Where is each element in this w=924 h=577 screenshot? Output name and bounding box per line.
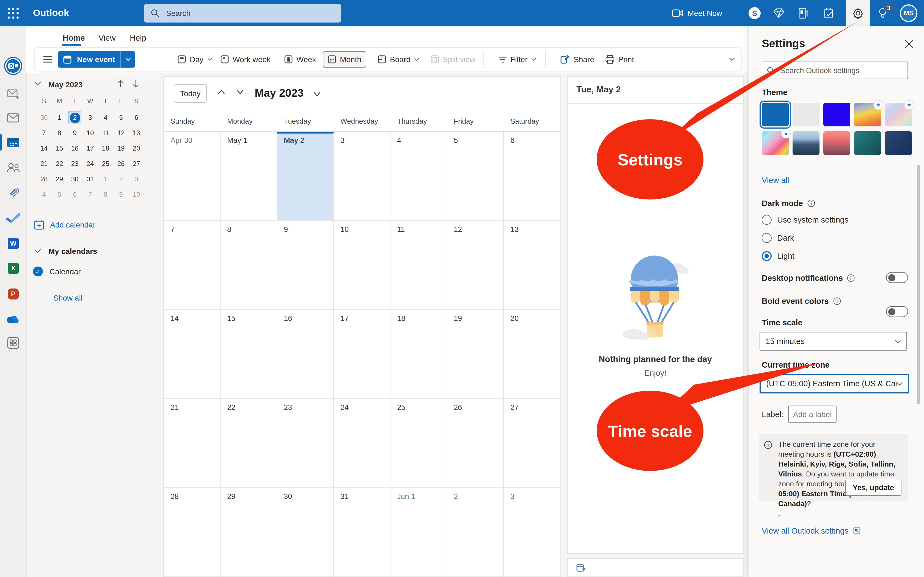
- new-event-dropdown-chevron-icon[interactable]: [126, 58, 131, 61]
- mini-day[interactable]: 26: [113, 156, 129, 171]
- day-cell[interactable]: 5: [447, 132, 504, 221]
- mini-day[interactable]: 29: [52, 171, 67, 187]
- filter-button[interactable]: Filter: [494, 51, 541, 68]
- premium-button[interactable]: [773, 0, 784, 26]
- close-icon[interactable]: [904, 39, 915, 50]
- mini-calendar-collapse-chevron-icon[interactable]: [34, 81, 41, 86]
- mini-day[interactable]: 2: [113, 171, 129, 187]
- mini-day[interactable]: 12: [113, 125, 129, 141]
- mini-day[interactable]: 20: [129, 141, 144, 156]
- mini-day[interactable]: 21: [36, 156, 52, 171]
- mini-day[interactable]: 6: [129, 110, 144, 125]
- search-input[interactable]: [165, 8, 321, 18]
- meet-now-button[interactable]: Meet Now: [672, 0, 722, 26]
- rail-todo[interactable]: [0, 207, 26, 229]
- mini-day[interactable]: 27: [129, 156, 144, 171]
- rail-more-apps[interactable]: [0, 332, 26, 354]
- day-cell[interactable]: 11: [391, 221, 447, 310]
- mini-day[interactable]: 10: [129, 187, 144, 202]
- add-calendar-button[interactable]: Add calendar: [34, 220, 95, 230]
- settings-scrollbar-thumb[interactable]: [917, 165, 920, 404]
- mini-day[interactable]: 6: [67, 187, 82, 202]
- print-button[interactable]: Print: [601, 51, 638, 68]
- day-cell[interactable]: 3: [334, 132, 391, 221]
- view-month-button-selected[interactable]: Month: [323, 51, 366, 68]
- today-button[interactable]: Today: [174, 84, 207, 103]
- theme-swatch-elevation-map[interactable]: [885, 131, 912, 155]
- show-all-link[interactable]: Show all: [53, 293, 82, 302]
- theme-swatch-palm-sunset[interactable]: [823, 131, 850, 155]
- theme-swatch-cobalt[interactable]: [823, 103, 850, 126]
- day-cell[interactable]: 2: [447, 488, 504, 577]
- theme-view-all-link[interactable]: View all: [762, 176, 789, 185]
- mini-day[interactable]: 8: [52, 125, 67, 141]
- mini-day[interactable]: 31: [82, 171, 98, 187]
- rail-excel[interactable]: X: [0, 257, 26, 279]
- settings-search-input[interactable]: [779, 66, 897, 75]
- day-cell[interactable]: 18: [391, 310, 447, 399]
- time-zone-dropdown[interactable]: (UTC-05:00) Eastern Time (US & Canac: [759, 374, 909, 393]
- mini-day[interactable]: 7: [82, 187, 98, 202]
- day-cell[interactable]: 4: [391, 132, 447, 221]
- mini-day[interactable]: 9: [67, 125, 82, 141]
- label-input[interactable]: [788, 406, 837, 422]
- top-search-box[interactable]: [144, 4, 341, 23]
- my-calendars-group[interactable]: My calendars: [34, 247, 97, 256]
- mini-day[interactable]: 5: [52, 187, 67, 202]
- day-cell[interactable]: 27: [504, 399, 561, 488]
- view-day-button[interactable]: Day: [173, 51, 217, 68]
- rail-people[interactable]: [0, 156, 26, 179]
- mini-day[interactable]: 25: [98, 156, 113, 171]
- desktop-notifications-toggle-off[interactable]: [886, 272, 908, 283]
- mini-day[interactable]: 14: [36, 141, 52, 156]
- todo-tasks-button[interactable]: [824, 0, 834, 26]
- collapse-ribbon-chevron-icon[interactable]: [729, 57, 735, 61]
- radio-dark[interactable]: Dark: [762, 233, 794, 243]
- theme-swatch-unicorn-art[interactable]: ★: [762, 131, 789, 155]
- mini-day[interactable]: 28: [36, 171, 52, 187]
- mini-day[interactable]: 3: [82, 110, 98, 125]
- tab-view[interactable]: View: [99, 31, 115, 45]
- mini-day[interactable]: 15: [52, 141, 67, 156]
- mini-day[interactable]: 9: [113, 187, 129, 202]
- time-scale-dropdown[interactable]: 15 minutes: [759, 332, 907, 351]
- view-week-button[interactable]: Week: [280, 51, 320, 68]
- day-cell[interactable]: 13: [504, 221, 561, 310]
- next-month-chevron-icon[interactable]: [236, 90, 244, 95]
- calendar-checked-icon[interactable]: ✓: [33, 266, 43, 276]
- radio-light-selected[interactable]: Light: [762, 251, 795, 261]
- mini-calendar-title[interactable]: May 2023: [48, 80, 83, 89]
- desktop-notifications-info-icon[interactable]: [847, 274, 855, 282]
- account-avatar[interactable]: MS: [900, 5, 918, 22]
- new-event-button[interactable]: New event: [58, 51, 136, 68]
- mini-day[interactable]: 30: [36, 110, 52, 125]
- mini-day[interactable]: 8: [98, 187, 113, 202]
- mini-day[interactable]: 24: [82, 156, 98, 171]
- month-title[interactable]: May 2023: [255, 87, 304, 100]
- prev-month-chevron-icon[interactable]: [218, 90, 225, 95]
- settings-gear-button[interactable]: [846, 0, 870, 26]
- day-cell[interactable]: 8: [221, 221, 277, 310]
- radio-use-system-settings[interactable]: Use system settings: [762, 215, 849, 225]
- mini-day[interactable]: 1: [98, 171, 113, 187]
- calendar-list-item[interactable]: ✓ Calendar: [33, 266, 81, 276]
- day-cell[interactable]: 9: [277, 221, 334, 310]
- day-cell[interactable]: 28: [164, 488, 221, 577]
- mini-day[interactable]: 13: [129, 125, 144, 141]
- view-all-outlook-settings-link[interactable]: View all Outlook settings: [762, 527, 861, 535]
- mini-day[interactable]: 16: [67, 141, 82, 156]
- day-cell[interactable]: 23: [277, 399, 334, 488]
- mini-day[interactable]: 17: [82, 141, 98, 156]
- day-cell[interactable]: 19: [447, 310, 504, 399]
- mini-day[interactable]: 4: [98, 110, 113, 125]
- app-launcher-waffle-icon[interactable]: [0, 0, 26, 26]
- rail-powerpoint[interactable]: P: [0, 283, 26, 305]
- day-cell[interactable]: 29: [221, 488, 277, 577]
- skype-button[interactable]: S: [748, 0, 761, 26]
- theme-swatch-pastel-ribbons[interactable]: ★: [885, 103, 912, 126]
- mini-calendar-prev-arrow-icon[interactable]: [116, 80, 124, 88]
- theme-swatch-circuit-board[interactable]: [854, 131, 881, 155]
- view-work-week-button[interactable]: Work week: [216, 51, 275, 68]
- day-cell[interactable]: 10: [334, 221, 391, 310]
- mini-day[interactable]: 11: [98, 125, 113, 141]
